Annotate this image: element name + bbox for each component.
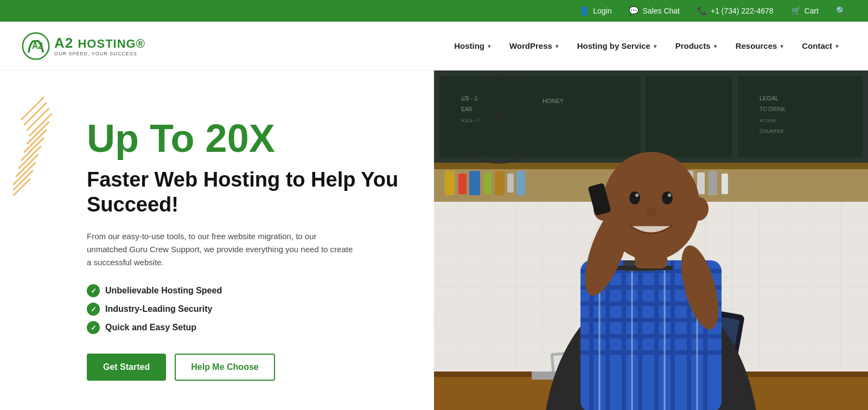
svg-point-124	[646, 208, 656, 217]
svg-rect-66	[445, 171, 455, 195]
chat-icon: 💬	[629, 6, 639, 16]
search-link[interactable]: 🔍	[836, 6, 846, 16]
logo[interactable]: A2 A2 HOSTING® OUR SPEED, YOUR SUCCESS	[22, 32, 145, 60]
svg-rect-71	[507, 174, 514, 193]
top-bar: 👤 Login 💬 Sales Chat 📞 +1 (734) 222-4678…	[0, 0, 868, 22]
search-icon: 🔍	[836, 6, 846, 16]
svg-line-11	[14, 163, 35, 184]
svg-line-9	[19, 146, 41, 168]
check-icon-setup: ✓	[87, 321, 100, 334]
nav-hosting-by-service[interactable]: Hosting by Service ▼	[571, 37, 665, 55]
svg-line-7	[24, 130, 46, 152]
nav-contact[interactable]: Contact ▼	[795, 37, 846, 55]
logo-text: A2 HOSTING® OUR SPEED, YOUR SUCCESS	[54, 36, 145, 56]
login-link[interactable]: 👤 Login	[579, 6, 611, 16]
feature-item-setup: ✓ Quick and Easy Setup	[87, 321, 401, 334]
decorative-stripes	[11, 92, 54, 201]
svg-line-8	[22, 138, 43, 160]
hero-buttons: Get Started Help Me Choose	[87, 354, 401, 381]
svg-text:LEGAL: LEGAL	[760, 95, 778, 101]
nav-hosting[interactable]: Hosting ▼	[448, 37, 499, 55]
svg-line-2	[22, 98, 43, 119]
nav-resources[interactable]: Resources ▼	[729, 37, 792, 55]
phone-number: +1 (734) 222-4678	[711, 7, 774, 15]
svg-rect-69	[484, 172, 492, 194]
svg-point-122	[635, 194, 639, 197]
hero-tagline-big: Up To 20X	[87, 118, 401, 159]
svg-text:ICES - 7: ICES - 7	[461, 118, 480, 123]
check-icon-security: ✓	[87, 303, 100, 316]
svg-rect-75	[709, 171, 717, 195]
hero-left: Up To 20X Faster Web Hosting to Help You…	[0, 71, 434, 410]
svg-rect-67	[458, 174, 467, 194]
feature-label-setup: Quick and Easy Setup	[105, 323, 196, 332]
svg-text:A2: A2	[32, 41, 43, 50]
cart-link[interactable]: 🛒 Cart	[791, 6, 819, 16]
svg-point-120	[629, 191, 640, 204]
svg-line-12	[14, 171, 33, 190]
logo-tagline: OUR SPEED, YOUR SUCCESS	[54, 51, 145, 56]
cart-icon: 🛒	[791, 6, 801, 16]
svg-line-5	[30, 114, 52, 136]
logo-icon: A2	[22, 32, 50, 60]
main-nav: A2 A2 HOSTING® OUR SPEED, YOUR SUCCESS H…	[0, 22, 868, 71]
svg-rect-54	[646, 76, 732, 157]
svg-point-123	[668, 194, 671, 197]
cart-label: Cart	[805, 7, 819, 15]
feature-label-security: Industry-Leading Security	[105, 304, 212, 314]
chevron-down-icon: ▼	[834, 43, 840, 49]
chevron-down-icon: ▼	[487, 43, 492, 49]
nav-wordpress[interactable]: WordPress ▼	[503, 37, 566, 55]
phone-link[interactable]: 📞 +1 (734) 222-4678	[697, 6, 774, 16]
svg-text:AT OUR: AT OUR	[760, 118, 776, 123]
feature-item-speed: ✓ Unbelievable Hosting Speed	[87, 284, 401, 297]
svg-line-10	[16, 155, 38, 176]
hero-subtitle: Faster Web Hosting to Help You Succeed!	[87, 168, 401, 217]
sales-chat-link[interactable]: 💬 Sales Chat	[629, 6, 679, 16]
svg-point-119	[689, 197, 709, 221]
svg-rect-68	[469, 171, 480, 195]
hero-image: ES - 2 EAR ICES - 7 HONEY LEGAL TO DRINK…	[434, 71, 868, 410]
hero-image-placeholder: ES - 2 EAR ICES - 7 HONEY LEGAL TO DRINK…	[434, 71, 868, 410]
login-label: Login	[593, 7, 611, 15]
chevron-down-icon: ▼	[653, 43, 658, 49]
chevron-down-icon: ▼	[554, 43, 560, 49]
user-icon: 👤	[579, 6, 590, 16]
svg-text:TO DRINK: TO DRINK	[760, 106, 786, 112]
check-icon-speed: ✓	[87, 284, 100, 297]
phone-icon: 📞	[697, 6, 707, 16]
hero-scene-svg: ES - 2 EAR ICES - 7 HONEY LEGAL TO DRINK…	[434, 71, 868, 410]
sales-chat-label: Sales Chat	[642, 7, 679, 15]
feature-item-security: ✓ Industry-Leading Security	[87, 303, 401, 316]
svg-rect-76	[722, 174, 728, 194]
svg-rect-74	[697, 172, 705, 194]
nav-products[interactable]: Products ▼	[669, 37, 725, 55]
svg-text:HONEY: HONEY	[542, 98, 564, 104]
chevron-down-icon: ▼	[779, 43, 784, 49]
svg-line-4	[27, 108, 49, 130]
feature-list: ✓ Unbelievable Hosting Speed ✓ Industry-…	[87, 284, 401, 334]
svg-rect-72	[516, 171, 525, 195]
svg-rect-55	[738, 76, 863, 157]
svg-line-6	[27, 122, 49, 144]
svg-text:EAR: EAR	[461, 106, 473, 112]
get-started-button[interactable]: Get Started	[87, 354, 166, 381]
chevron-down-icon: ▼	[713, 43, 718, 49]
svg-rect-70	[495, 171, 505, 195]
svg-point-121	[662, 191, 673, 204]
feature-label-speed: Unbelievable Hosting Speed	[105, 286, 222, 296]
svg-line-13	[14, 179, 30, 195]
svg-line-3	[24, 103, 46, 125]
hero-description: From our easy-to-use tools, to our free …	[87, 230, 358, 269]
svg-text:COUNTER: COUNTER	[760, 129, 784, 134]
logo-a2: A2 HOSTING®	[54, 36, 145, 50]
help-me-choose-button[interactable]: Help Me Choose	[175, 354, 275, 381]
nav-links: Hosting ▼ WordPress ▼ Hosting by Service…	[448, 37, 846, 55]
hero-section: Up To 20X Faster Web Hosting to Help You…	[0, 71, 868, 410]
